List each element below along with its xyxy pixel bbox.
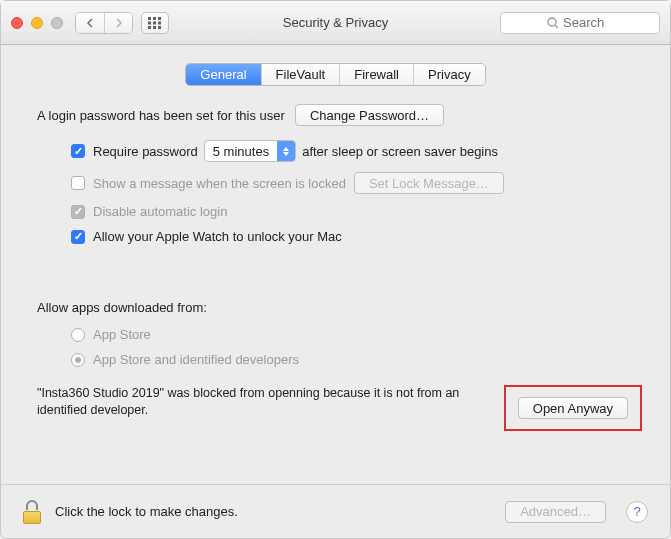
close-icon[interactable] xyxy=(11,17,23,29)
chevron-right-icon xyxy=(115,18,123,28)
tab-segment: General FileVault Firewall Privacy xyxy=(185,63,485,86)
advanced-button[interactable]: Advanced… xyxy=(505,501,606,523)
tab-general[interactable]: General xyxy=(186,64,260,85)
search-icon xyxy=(547,17,559,29)
svg-rect-1 xyxy=(153,17,156,20)
svg-rect-8 xyxy=(158,26,161,29)
set-lock-message-button: Set Lock Message… xyxy=(354,172,504,194)
tab-privacy[interactable]: Privacy xyxy=(413,64,485,85)
nav-history xyxy=(75,12,133,34)
window-title: Security & Privacy xyxy=(283,15,388,30)
minimize-icon[interactable] xyxy=(31,17,43,29)
require-password-delay-value: 5 minutes xyxy=(205,144,277,159)
content-area: General FileVault Firewall Privacy A log… xyxy=(1,45,670,484)
apple-watch-row: Allow your Apple Watch to unlock your Ma… xyxy=(71,229,642,244)
window-controls xyxy=(11,17,63,29)
svg-point-9 xyxy=(548,18,556,26)
svg-rect-5 xyxy=(158,21,161,24)
apple-watch-label: Allow your Apple Watch to unlock your Ma… xyxy=(93,229,342,244)
grid-icon xyxy=(148,17,162,29)
zoom-icon[interactable] xyxy=(51,17,63,29)
app-store-row: App Store xyxy=(71,327,642,342)
lock-text: Click the lock to make changes. xyxy=(55,504,238,519)
app-store-radio xyxy=(71,328,85,342)
tab-filevault[interactable]: FileVault xyxy=(261,64,340,85)
identified-devs-radio xyxy=(71,353,85,367)
change-password-button[interactable]: Change Password… xyxy=(295,104,444,126)
require-password-row: Require password 5 minutes after sleep o… xyxy=(71,140,642,162)
identified-devs-row: App Store and identified developers xyxy=(71,352,642,367)
download-source-group: App Store App Store and identified devel… xyxy=(71,327,642,377)
blocked-app-message: "Insta360 Studio 2019" was blocked from … xyxy=(37,385,492,419)
open-anyway-button[interactable]: Open Anyway xyxy=(518,397,628,419)
login-password-row: A login password has been set for this u… xyxy=(37,104,642,126)
password-options: Require password 5 minutes after sleep o… xyxy=(71,140,642,254)
help-button[interactable]: ? xyxy=(626,501,648,523)
back-button[interactable] xyxy=(76,13,104,33)
require-password-checkbox[interactable] xyxy=(71,144,85,158)
svg-line-10 xyxy=(555,25,558,28)
svg-rect-4 xyxy=(153,21,156,24)
disable-auto-login-checkbox[interactable] xyxy=(71,205,85,219)
show-message-row: Show a message when the screen is locked… xyxy=(71,172,642,194)
show-message-checkbox[interactable] xyxy=(71,176,85,190)
svg-rect-7 xyxy=(153,26,156,29)
svg-rect-0 xyxy=(148,17,151,20)
app-store-label: App Store xyxy=(93,327,151,342)
svg-rect-2 xyxy=(158,17,161,20)
footer-bar: Click the lock to make changes. Advanced… xyxy=(1,484,670,538)
show-all-button[interactable] xyxy=(141,12,169,34)
open-anyway-highlight: Open Anyway xyxy=(504,385,642,431)
svg-rect-6 xyxy=(148,26,151,29)
apple-watch-checkbox[interactable] xyxy=(71,230,85,244)
tab-firewall[interactable]: Firewall xyxy=(339,64,413,85)
forward-button[interactable] xyxy=(104,13,132,33)
svg-rect-3 xyxy=(148,21,151,24)
identified-devs-label: App Store and identified developers xyxy=(93,352,299,367)
downloads-section-label: Allow apps downloaded from: xyxy=(37,300,642,315)
chevron-left-icon xyxy=(86,18,94,28)
show-message-label: Show a message when the screen is locked xyxy=(93,176,346,191)
require-password-suffix: after sleep or screen saver begins xyxy=(302,144,498,159)
login-password-text: A login password has been set for this u… xyxy=(37,108,285,123)
select-stepper-icon xyxy=(277,141,295,161)
title-bar: Security & Privacy xyxy=(1,1,670,45)
tab-bar: General FileVault Firewall Privacy xyxy=(29,63,642,86)
preferences-window: Security & Privacy General FileVault Fir… xyxy=(0,0,671,539)
blocked-app-row: "Insta360 Studio 2019" was blocked from … xyxy=(37,385,642,431)
search-field[interactable] xyxy=(500,12,660,34)
search-input[interactable] xyxy=(563,15,613,30)
require-password-label: Require password xyxy=(93,144,198,159)
require-password-delay-select[interactable]: 5 minutes xyxy=(204,140,296,162)
lock-icon[interactable] xyxy=(23,500,43,524)
disable-auto-login-row: Disable automatic login xyxy=(71,204,642,219)
disable-auto-login-label: Disable automatic login xyxy=(93,204,227,219)
